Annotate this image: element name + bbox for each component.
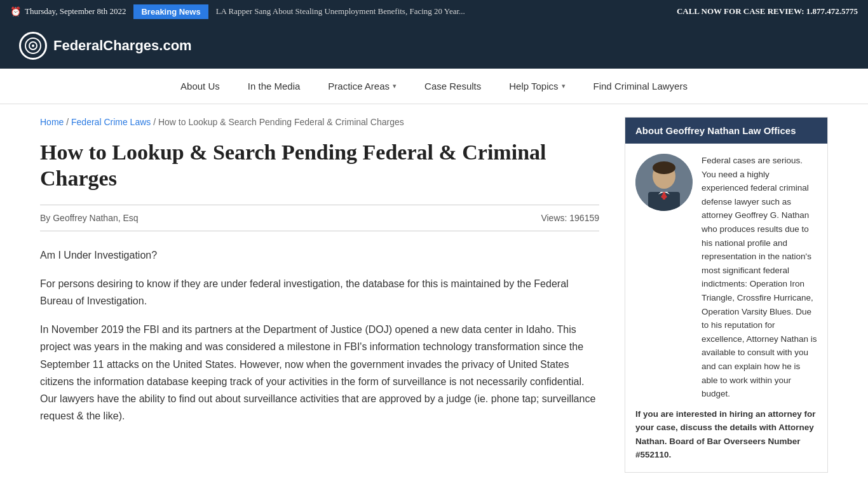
- article-para-1: Am I Under Investigation?: [40, 247, 599, 264]
- attorney-photo: [635, 154, 693, 211]
- clock-icon: ⏰: [10, 6, 21, 17]
- main-content: Home / Federal Crime Laws / How to Looku…: [40, 117, 599, 488]
- article-para-2: For persons desiring to know if they are…: [40, 275, 599, 309]
- article-meta: By Geoffrey Nathan, Esq Views: 196159: [40, 205, 599, 231]
- attorney-section: Federal cases are serious. You need a hi…: [635, 154, 817, 401]
- svg-point-2: [32, 44, 34, 47]
- logo-text: FederalCharges.com: [53, 37, 192, 54]
- article-title: How to Lookup & Search Pending Federal &…: [40, 140, 599, 192]
- logo-icon: [19, 32, 47, 60]
- article-author: By Geoffrey Nathan, Esq: [40, 213, 139, 223]
- attorney-bold-text: If you are interested in hiring an attor…: [635, 407, 817, 462]
- nav-item-about[interactable]: About Us: [166, 69, 234, 103]
- breadcrumb-sep2: /: [153, 117, 158, 127]
- nav-item-help[interactable]: Help Topics ▾: [495, 69, 579, 103]
- breadcrumb-sep1: /: [66, 117, 71, 127]
- date-text: Thursday, September 8th 2022: [25, 6, 126, 17]
- svg-rect-8: [663, 192, 665, 200]
- nav-item-case-results[interactable]: Case Results: [410, 69, 495, 103]
- main-nav: About Us In the Media Practice Areas ▾ C…: [0, 69, 868, 104]
- breadcrumb-federal-crime[interactable]: Federal Crime Laws: [71, 117, 151, 127]
- site-header: FederalCharges.com: [0, 23, 868, 69]
- breadcrumb-current: How to Lookup & Search Pending Federal &…: [158, 117, 404, 127]
- nav-item-media[interactable]: In the Media: [234, 69, 315, 103]
- sidebar: About Geoffrey Nathan Law Offices: [625, 117, 828, 488]
- article-para-3: In November 2019 the FBI and its partner…: [40, 321, 599, 424]
- article-views: Views: 196159: [541, 213, 599, 223]
- article-body: Am I Under Investigation? For persons de…: [40, 247, 599, 425]
- site-logo[interactable]: FederalCharges.com: [19, 32, 192, 60]
- about-box: About Geoffrey Nathan Law Offices: [625, 117, 828, 473]
- chevron-down-icon: ▾: [562, 82, 566, 90]
- svg-point-5: [653, 161, 675, 174]
- about-box-header: About Geoffrey Nathan Law Offices: [625, 118, 827, 144]
- nav-item-practice[interactable]: Practice Areas ▾: [314, 69, 410, 103]
- nav-item-find-lawyers[interactable]: Find Criminal Lawyers: [580, 69, 702, 103]
- about-box-content: Federal cases are serious. You need a hi…: [625, 144, 827, 472]
- top-bar: ⏰ Thursday, September 8th 2022 Breaking …: [0, 0, 868, 23]
- nav-list: About Us In the Media Practice Areas ▾ C…: [166, 69, 702, 103]
- top-bar-date: ⏰ Thursday, September 8th 2022: [10, 6, 126, 17]
- breadcrumb-home[interactable]: Home: [40, 117, 64, 127]
- top-bar-headline: LA Rapper Sang About Stealing Unemployme…: [216, 6, 669, 17]
- breadcrumb: Home / Federal Crime Laws / How to Looku…: [40, 117, 599, 127]
- page-container: Home / Federal Crime Laws / How to Looku…: [21, 104, 847, 488]
- chevron-down-icon: ▾: [393, 82, 397, 90]
- attorney-intro-text: Federal cases are serious. You need a hi…: [702, 154, 817, 401]
- top-bar-phone: CALL NOW FOR CASE REVIEW: 1.877.472.5775: [677, 6, 858, 17]
- breaking-news-button[interactable]: Breaking News: [133, 4, 208, 19]
